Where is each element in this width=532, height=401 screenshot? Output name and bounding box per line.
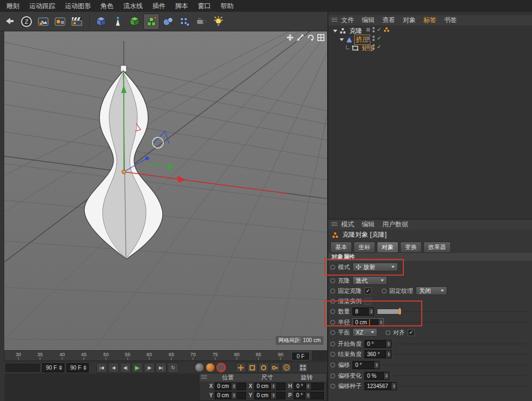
layer-chip[interactable]: [366, 45, 370, 49]
section-header[interactable]: 对象属性: [328, 253, 532, 261]
next-key-button[interactable]: ▶|: [156, 363, 167, 373]
menu-item-script[interactable]: 脚本: [175, 2, 188, 11]
menu-item-sculpt[interactable]: 雕刻: [6, 2, 19, 11]
snap-options-icon[interactable]: [298, 363, 308, 372]
menu-item-help[interactable]: 帮助: [221, 2, 234, 11]
layer-chip[interactable]: [366, 28, 370, 32]
menu-item-pipeline[interactable]: 流水线: [123, 2, 143, 11]
tab-basic[interactable]: 基本: [330, 242, 352, 253]
mode-dropdown[interactable]: 放射: [353, 263, 398, 271]
rotation-p-field[interactable]: 0 °: [294, 392, 324, 399]
render-queue-button[interactable]: [69, 14, 85, 30]
offset-seed-field[interactable]: 1234567: [364, 382, 397, 390]
z-axis[interactable]: [148, 165, 169, 166]
depth-handle[interactable]: [145, 156, 149, 160]
keyframe-circle-icon[interactable]: [330, 384, 335, 389]
position-x-field[interactable]: 0 cm: [215, 383, 246, 390]
align-checkbox[interactable]: ✓: [408, 329, 415, 336]
render-picture-viewer-icon[interactable]: [205, 363, 215, 372]
layer-chip[interactable]: [366, 36, 370, 41]
rotation-h-field[interactable]: 0 °: [294, 383, 324, 390]
expand-caret-icon[interactable]: [333, 30, 337, 32]
axis-gizmo[interactable]: [121, 71, 287, 193]
metaball-tool-button[interactable]: [160, 14, 176, 30]
generator-cube-button[interactable]: [127, 14, 143, 30]
keyframe-circle-icon[interactable]: [330, 330, 335, 335]
tree-row-cloner[interactable]: 克隆 ✓: [328, 26, 532, 35]
count-slider[interactable]: [377, 309, 402, 315]
keyframe-circle-icon[interactable]: [330, 342, 335, 346]
timeline-ruler[interactable]: 30 35 40 45 50 55 60 65 70 75 80 85 90 0…: [4, 350, 312, 361]
loop-button[interactable]: ↻: [168, 363, 178, 373]
keyframe-circle-icon[interactable]: [330, 373, 335, 378]
end-angle-field[interactable]: 360 °: [364, 350, 391, 358]
render-settings-icon[interactable]: [216, 363, 226, 372]
keyframe-circle-icon[interactable]: [382, 289, 387, 293]
object-name[interactable]: 克隆: [348, 26, 363, 36]
go-to-start-button[interactable]: |◀: [96, 363, 107, 373]
om-menu-objects[interactable]: 对象: [403, 16, 416, 25]
pan-icon[interactable]: [286, 34, 294, 41]
tree-row-extrude[interactable]: 挤压 ✓: [328, 35, 532, 44]
tab-coordinates[interactable]: 坐标: [354, 242, 375, 253]
playback-range-slider[interactable]: [5, 364, 40, 372]
menu-item-motion-tracker[interactable]: 运动跟踪: [29, 2, 55, 11]
cube-tool-button[interactable]: [93, 14, 109, 30]
keyframe-circle-icon[interactable]: [330, 352, 335, 357]
zoom-z-button[interactable]: Z: [18, 14, 35, 30]
clones-dropdown[interactable]: 迭代: [353, 276, 387, 285]
panel-menu-icon[interactable]: [201, 375, 207, 380]
tree-row-rectangle[interactable]: 矩形 ✓: [328, 44, 532, 52]
current-frame-field[interactable]: 0 F: [291, 352, 310, 360]
am-menu-userdata[interactable]: 用户数据: [382, 220, 408, 229]
cloner-tool-button[interactable]: [143, 14, 159, 30]
om-menu-file[interactable]: 文件: [341, 16, 354, 25]
previous-frame-button[interactable]: ◀|: [120, 363, 131, 373]
count-field[interactable]: 8: [353, 308, 374, 316]
menu-item-window[interactable]: 窗口: [198, 2, 211, 11]
keyframe-circle-icon[interactable]: [330, 299, 335, 304]
render-instance-checkbox[interactable]: [364, 298, 371, 305]
record-rotation-icon[interactable]: [258, 363, 269, 372]
array-tool-button[interactable]: [177, 14, 193, 30]
menu-item-plugins[interactable]: 插件: [152, 2, 165, 11]
keyframe-circle-icon[interactable]: [330, 363, 335, 367]
keyframe-circle-icon[interactable]: [385, 330, 390, 335]
menu-item-mograph[interactable]: 运动图形: [65, 2, 91, 11]
position-y-field[interactable]: 0 cm: [215, 392, 246, 399]
dolly-icon[interactable]: [296, 34, 304, 41]
expand-caret-icon[interactable]: [340, 38, 344, 41]
rotate-icon[interactable]: [307, 34, 314, 41]
viewport-3d[interactable]: 网格间距: 100 cm: [4, 31, 327, 350]
offset-field[interactable]: 0 °: [353, 361, 380, 369]
panel-menu-icon[interactable]: [331, 18, 337, 23]
record-keyframe-icon[interactable]: [236, 363, 246, 372]
render-view-button[interactable]: [35, 14, 51, 30]
previous-key-button[interactable]: ◀: [108, 363, 119, 373]
keyframe-circle-icon[interactable]: [330, 320, 335, 325]
menu-item-character[interactable]: 角色: [101, 2, 114, 11]
start-angle-field[interactable]: 0 °: [364, 340, 391, 348]
visibility-dots[interactable]: [373, 36, 375, 41]
om-menu-bookmarks[interactable]: 书签: [444, 16, 457, 25]
keyframe-selection-icon[interactable]: P: [281, 363, 291, 372]
offset-variation-field[interactable]: 0 %: [364, 372, 389, 380]
record-scale-icon[interactable]: [247, 363, 257, 372]
render-view-icon[interactable]: [195, 363, 204, 372]
tab-object[interactable]: 对象: [377, 242, 398, 253]
om-menu-edit[interactable]: 编辑: [362, 16, 375, 25]
keyframe-circle-icon[interactable]: [330, 289, 335, 293]
am-menu-edit[interactable]: 编辑: [362, 220, 375, 229]
enable-check-icon[interactable]: ✓: [377, 36, 381, 41]
autokey-icon[interactable]: [270, 363, 280, 372]
origin-handle[interactable]: [122, 170, 125, 173]
fix-clone-checkbox[interactable]: ✓: [364, 288, 371, 295]
z-axis-arrow-icon[interactable]: [168, 164, 175, 170]
fix-texture-dropdown[interactable]: 关闭: [416, 286, 447, 295]
play-button[interactable]: ▶: [132, 363, 143, 373]
radius-field[interactable]: 0 cm: [353, 318, 384, 326]
keyframe-circle-icon[interactable]: [330, 265, 335, 270]
spline-pen-button[interactable]: [110, 14, 126, 30]
visibility-dots[interactable]: [373, 27, 375, 32]
light-tool-button[interactable]: [210, 14, 227, 30]
